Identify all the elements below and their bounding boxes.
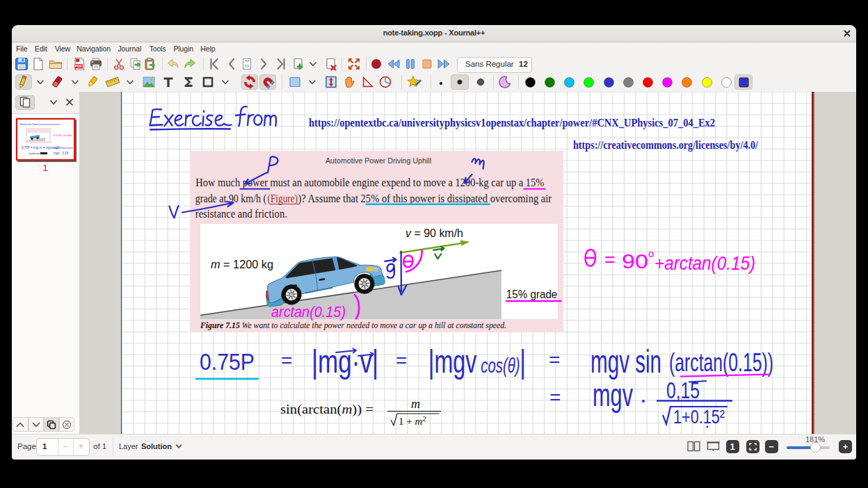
- svg-text:https://opentextbc.ca/universi: https://opentextbc.ca/universityphysicsv…: [309, 117, 715, 129]
- svg-text:(Figure): (Figure): [268, 192, 298, 205]
- svg-text:=: =: [604, 250, 616, 270]
- svg-text:0,15: 0,15: [666, 377, 700, 403]
- svg-text:arctan(0.15): arctan(0.15): [271, 303, 346, 320]
- svg-text:PDF: PDF: [74, 64, 83, 68]
- svg-text:+arctan(0.15): +arctan(0.15): [654, 253, 755, 274]
- svg-text:(arctan(0.15)): (arctan(0.15)): [669, 348, 773, 377]
- svg-text:https://creativecommons.org/li: https://creativecommons.org/licenses/by/…: [573, 139, 758, 152]
- svg-text:Automotive Power Driving Uphil: Automotive Power Driving Uphill: [326, 156, 431, 165]
- svg-text:m: m: [411, 397, 420, 411]
- svg-text:|mgv cos(θ)|: |mgv cos(θ)|: [428, 343, 526, 380]
- svg-text:=: =: [281, 350, 292, 371]
- svg-text:Figure 7.15 We want to calcula: Figure 7.15 We want to calculate the pow…: [200, 320, 506, 330]
- svg-text:1 + m2: 1 + m2: [399, 414, 426, 427]
- svg-text:v = 90 km/h: v = 90 km/h: [405, 227, 463, 240]
- svg-text:|mg·v|: |mg·v|: [312, 343, 378, 380]
- svg-text:sin(arctan(m)) =: sin(arctan(m)) =: [280, 402, 373, 417]
- svg-text:=: =: [396, 350, 407, 371]
- svg-text:15% grade: 15% grade: [506, 288, 558, 300]
- svg-text:Exercise from: Exercise from: [20, 122, 38, 126]
- svg-text:=: =: [549, 349, 560, 371]
- svg-text:1+0.15²: 1+0.15²: [673, 406, 725, 428]
- svg-text:θ = 90°+arctan: θ = 90°+arctan: [54, 133, 72, 137]
- svg-text:0.75P: 0.75P: [200, 348, 255, 375]
- svg-text:mgv: mgv: [593, 377, 633, 413]
- svg-text:mgv · 0.15: mgv · 0.15: [54, 152, 69, 155]
- svg-text:mgv sin: mgv sin: [590, 343, 661, 380]
- svg-text:o: o: [648, 247, 654, 259]
- svg-text:)? Assume that 25% of this pow: )? Assume that 25% of this power is diss…: [298, 192, 552, 205]
- svg-text:resistance and friction.: resistance and friction.: [195, 207, 287, 220]
- svg-text:90: 90: [622, 250, 648, 273]
- svg-text:m = 1200 kg: m = 1200 kg: [211, 258, 273, 271]
- svg-text:mgv sin(arctan): mgv sin(arctan): [54, 146, 73, 149]
- svg-text:=: =: [549, 387, 561, 408]
